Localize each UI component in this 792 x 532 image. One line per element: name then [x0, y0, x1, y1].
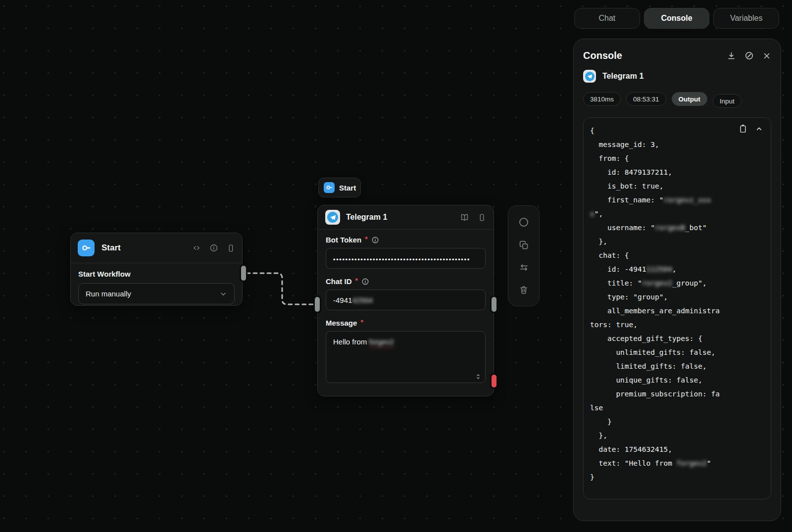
code-line: tors: true, — [590, 318, 768, 332]
tab-console[interactable]: Console — [644, 8, 710, 29]
trash-icon[interactable] — [519, 285, 529, 295]
telegram-node-output-handle[interactable] — [492, 297, 496, 312]
code-line: unlimited_gifts: false, — [590, 345, 768, 359]
duration-badge: 3810ms — [583, 92, 621, 106]
info-icon[interactable] — [371, 236, 379, 244]
download-icon[interactable] — [727, 51, 736, 60]
telegram-node-error-handle[interactable] — [492, 375, 496, 387]
code-line: limited_gifts: false, — [590, 359, 768, 373]
panel-tabs: Chat Console Variables — [574, 8, 779, 29]
deactivate-circle-icon[interactable] — [518, 217, 529, 228]
chevron-down-icon — [219, 290, 227, 298]
panel-icon[interactable] — [478, 213, 486, 222]
message-textarea[interactable]: Hello from forgev2 — [326, 331, 486, 383]
collapse-chevron-icon[interactable] — [755, 124, 763, 133]
code-icon[interactable] — [192, 243, 201, 252]
clear-console-icon[interactable] — [744, 51, 754, 60]
swap-arrows-icon[interactable] — [519, 262, 529, 273]
start-badge-label: Start — [339, 184, 356, 192]
code-line: premium_subscription: fa — [590, 387, 768, 401]
start-node-output-handle[interactable] — [241, 266, 246, 281]
bot-token-label: Bot Token — [326, 236, 361, 244]
code-line: x", — [590, 207, 768, 221]
code-line: type: "group", — [590, 290, 768, 304]
telegram-node-title: Telegram 1 — [346, 213, 387, 222]
chat-id-input[interactable]: -494142564 — [326, 290, 486, 310]
code-line: id: 8479137211, — [590, 165, 768, 179]
code-line: }, — [590, 429, 768, 442]
code-line: } — [590, 470, 768, 484]
code-line: accepted_gift_types: { — [590, 332, 768, 345]
console-panel-title: Console — [583, 50, 622, 61]
start-icon — [78, 240, 95, 256]
code-line: } — [590, 415, 768, 429]
telegram-node[interactable]: Telegram 1 Bot Token * •••••••••••••••••… — [317, 205, 494, 396]
bot-token-input[interactable]: ••••••••••••••••••••••••••••••••••••••••… — [326, 248, 486, 269]
code-line: chat: { — [590, 248, 768, 262]
message-value: Hello from — [333, 338, 369, 346]
code-line: date: 1754632415, — [590, 442, 768, 456]
telegram-node-header[interactable]: Telegram 1 — [318, 205, 494, 229]
timestamp-badge: 08:53:31 — [626, 92, 666, 106]
start-node-title: Start — [101, 243, 121, 253]
output-tab-badge[interactable]: Output — [672, 92, 707, 106]
telegram-icon — [325, 210, 340, 225]
info-icon[interactable] — [209, 243, 218, 252]
code-line: text: "Hello from forgev2" — [590, 456, 768, 470]
console-panel: Console Telegram 1 3810ms 08:53:31 Outpu… — [573, 39, 781, 521]
required-marker: * — [365, 235, 367, 243]
close-icon[interactable] — [762, 51, 771, 60]
run-mode-select[interactable]: Run manually — [78, 283, 235, 304]
duplicate-icon[interactable] — [519, 240, 529, 250]
console-node-row[interactable]: Telegram 1 — [583, 70, 771, 83]
run-mode-value: Run manually — [86, 290, 131, 298]
code-line: username: "rorgexB_bot" — [590, 221, 768, 235]
telegram-node-input-handle[interactable] — [315, 297, 320, 312]
start-node-header[interactable]: Start — [71, 233, 242, 263]
copy-clipboard-icon[interactable] — [739, 124, 747, 133]
code-line: is_bot: true, — [590, 179, 768, 193]
code-line: from: { — [590, 151, 768, 165]
node-toolbar — [508, 205, 540, 306]
bot-token-masked-value: ••••••••••••••••••••••••••••••••••••••••… — [333, 256, 470, 263]
chat-id-label: Chat ID — [326, 277, 352, 286]
message-redacted: forgev2 — [369, 338, 394, 346]
start-output-badge[interactable]: Start — [318, 178, 361, 197]
info-icon[interactable] — [361, 278, 369, 286]
console-node-name: Telegram 1 — [602, 72, 644, 81]
code-line: unique_gifts: false, — [590, 373, 768, 387]
code-line: id: -4941112504, — [590, 262, 768, 276]
start-icon — [324, 182, 335, 193]
chat-id-value: -4941 — [333, 296, 352, 304]
telegram-icon — [583, 70, 596, 83]
code-line: message_id: 3, — [590, 138, 768, 151]
start-workflow-label: Start Workflow — [78, 270, 235, 278]
console-output-block[interactable]: { message_id: 3, from: { id: 8479137211,… — [583, 117, 771, 499]
code-line: all_members_are_administra — [590, 304, 768, 318]
console-json: { message_id: 3, from: { id: 8479137211,… — [590, 124, 768, 484]
start-node[interactable]: Start Start Workflow Run manually — [70, 233, 243, 306]
tab-variables[interactable]: Variables — [713, 8, 779, 29]
resize-vertical-icon[interactable] — [475, 373, 482, 380]
code-line: }, — [590, 235, 768, 248]
panel-icon[interactable] — [227, 244, 235, 252]
message-label: Message — [326, 319, 357, 327]
docs-book-icon[interactable] — [460, 213, 469, 222]
code-line: first_name: "rorgevz_xxx — [590, 193, 768, 207]
code-line: title: "rorgev2_group", — [590, 276, 768, 290]
chat-id-redacted: 42564 — [352, 296, 373, 304]
input-tab-badge[interactable]: Input — [713, 94, 742, 108]
code-line: lse — [590, 401, 768, 415]
required-marker: * — [355, 277, 358, 285]
tab-chat[interactable]: Chat — [574, 8, 640, 29]
required-marker: * — [360, 318, 363, 326]
